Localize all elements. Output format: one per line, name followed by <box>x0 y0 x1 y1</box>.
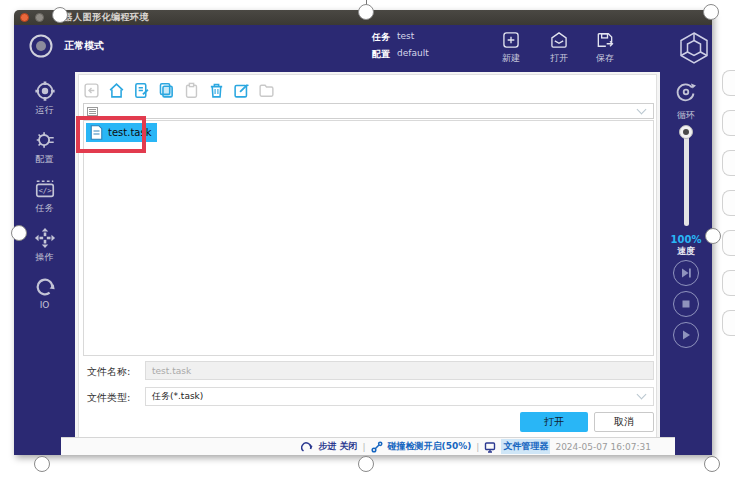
loop-label: 循环 <box>660 109 712 122</box>
main-content: test.task 文件名称: test.task 文件类型: 任务(*.tas… <box>75 72 660 447</box>
task-value: test <box>397 31 414 44</box>
annotation-handle[interactable] <box>705 228 721 244</box>
task-icon: </> <box>34 178 56 200</box>
operate-icon <box>34 227 56 249</box>
file-name-input[interactable]: test.task <box>145 361 654 380</box>
stop-icon <box>679 297 693 311</box>
config-row: 配置 default <box>372 48 429 61</box>
annotation-handle[interactable] <box>358 4 374 20</box>
speed-slider-track[interactable] <box>684 130 689 226</box>
chevron-down-icon <box>637 104 647 114</box>
trash-icon[interactable] <box>208 82 225 99</box>
dialog-toolbar <box>83 79 275 101</box>
save-task-label: 保存 <box>596 53 614 63</box>
speed-slider-knob[interactable] <box>679 125 693 139</box>
open-button[interactable]: 打开 <box>520 412 588 432</box>
mode-indicator: 正常模式 <box>28 33 104 59</box>
right-sidebar: 循环 100% 速度 <box>660 72 712 455</box>
paste-icon[interactable] <box>183 82 200 99</box>
annotation-handle[interactable] <box>34 456 50 472</box>
edge-cutoff-button <box>722 110 735 136</box>
home-icon[interactable] <box>108 82 125 99</box>
step-mode-status[interactable]: 步进 关闭 <box>318 440 357 453</box>
new-doc-icon[interactable] <box>133 82 150 99</box>
screenshot-stage: 机器人图形化编程环境 正常模式 任务 test 配置 default <box>0 0 735 483</box>
play-button[interactable] <box>673 322 699 348</box>
app-window: 机器人图形化编程环境 正常模式 任务 test 配置 default <box>14 10 712 455</box>
edge-cutoff-button <box>722 230 735 256</box>
left-sidebar: 运行 配置 </> 任务 <box>14 72 75 455</box>
annotation-handle[interactable] <box>358 456 374 472</box>
cancel-button[interactable]: 取消 <box>594 412 654 432</box>
config-value: default <box>397 48 429 61</box>
task-label: 任务 <box>372 31 390 44</box>
edge-cutoff-button <box>722 270 735 296</box>
window-close-button[interactable] <box>20 13 29 22</box>
config-icon <box>34 129 56 151</box>
sidebar-io-label: IO <box>40 300 50 310</box>
loop-toggle[interactable]: 循环 <box>660 80 712 122</box>
step-to-end-icon <box>679 266 693 280</box>
annotation-handle[interactable] <box>703 4 719 20</box>
io-icon <box>34 276 56 298</box>
status-divider: | <box>363 442 366 452</box>
annotation-handle[interactable] <box>704 456 720 472</box>
step-mode-icon <box>301 441 313 453</box>
new-task-label: 新建 <box>502 53 520 63</box>
run-icon <box>34 80 56 102</box>
open-file-icon <box>549 30 569 50</box>
config-label: 配置 <box>372 48 390 61</box>
step-to-end-button[interactable] <box>673 260 699 286</box>
app-header: 正常模式 任务 test 配置 default 新建 <box>14 25 712 72</box>
file-manager-button[interactable]: 文件管理器 <box>501 439 550 454</box>
file-manager-icon <box>484 441 496 453</box>
save-task-button[interactable]: 保存 <box>582 30 628 65</box>
edge-cutoff-button <box>722 70 735 96</box>
bottom-right-corner <box>675 437 712 455</box>
path-combobox[interactable] <box>83 103 654 119</box>
new-task-button[interactable]: 新建 <box>488 30 534 65</box>
file-type-select[interactable]: 任务(*.task) <box>145 387 654 406</box>
window-minimize-button[interactable] <box>35 13 44 22</box>
folder-icon[interactable] <box>258 82 275 99</box>
collision-detect-status[interactable]: 碰撞检测开启(50%) <box>388 440 472 453</box>
annotation-handle[interactable] <box>11 225 27 241</box>
list-view-icon <box>87 107 98 116</box>
stop-button[interactable] <box>673 291 699 317</box>
copy-icon[interactable] <box>158 82 175 99</box>
collision-detect-icon <box>371 441 383 453</box>
file-name: test.task <box>108 127 151 138</box>
file-list[interactable]: test.task <box>83 120 654 356</box>
file-open-dialog: test.task 文件名称: test.task 文件类型: 任务(*.tas… <box>78 74 657 445</box>
file-name-label: 文件名称: <box>87 365 130 379</box>
file-list-item-selected[interactable]: test.task <box>86 123 157 142</box>
svg-text:</>: </> <box>38 186 52 195</box>
window-title: 机器人图形化编程环境 <box>54 11 149 24</box>
save-icon <box>595 30 615 50</box>
file-type-value: 任务(*.task) <box>152 390 203 403</box>
sidebar-config-label: 配置 <box>36 154 54 164</box>
sidebar-item-run[interactable]: 运行 <box>14 80 75 117</box>
rename-icon[interactable] <box>233 82 250 99</box>
open-task-button[interactable]: 打开 <box>536 30 582 65</box>
mode-circle-icon <box>28 33 54 59</box>
file-type-label: 文件类型: <box>87 391 130 405</box>
sidebar-task-label: 任务 <box>36 203 54 213</box>
sidebar-item-config[interactable]: 配置 <box>14 129 75 166</box>
chevron-down-icon <box>637 390 647 400</box>
edge-cutoff-button <box>722 310 735 336</box>
brand-logo-icon <box>678 31 710 65</box>
sidebar-item-task[interactable]: </> 任务 <box>14 178 75 215</box>
status-timestamp: 2024-05-07 16:07:31 <box>555 442 651 452</box>
back-icon[interactable] <box>83 82 100 99</box>
task-file-icon <box>90 125 103 140</box>
annotation-handle[interactable] <box>52 7 68 23</box>
loop-icon <box>674 80 698 104</box>
edge-cutoff-button <box>722 150 735 176</box>
sidebar-operate-label: 操作 <box>36 252 54 262</box>
new-file-icon <box>501 30 521 50</box>
task-row: 任务 test <box>372 31 414 44</box>
sidebar-item-io[interactable]: IO <box>14 276 75 310</box>
status-bar: 步进 关闭 | 碰撞检测开启(50%) | 文件管理器 2024-05-07 1… <box>61 437 675 455</box>
play-icon <box>679 328 693 342</box>
